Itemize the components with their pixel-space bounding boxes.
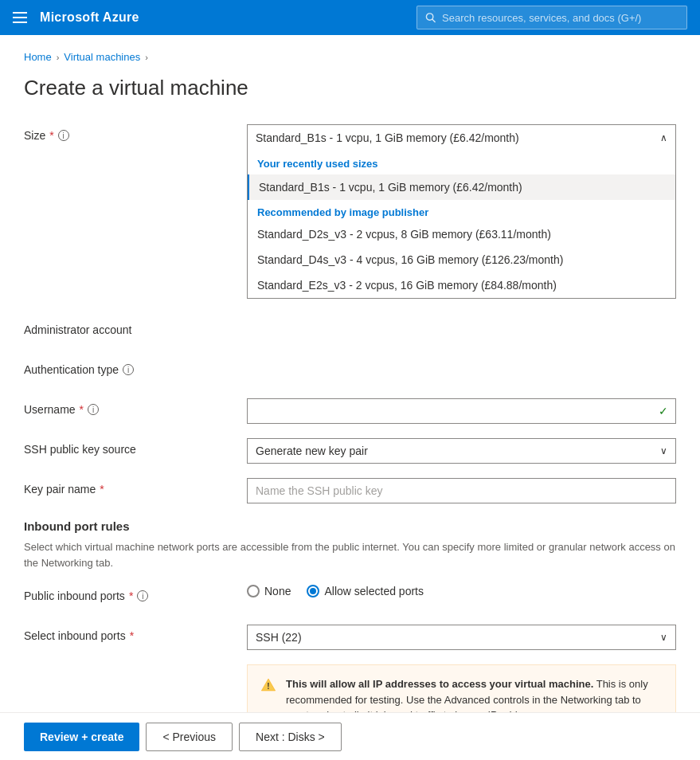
select-ports-required: *: [130, 629, 134, 642]
admin-row: Administrator account: [24, 319, 676, 344]
warning-bold-text: This will allow all IP addresses to acce…: [286, 678, 593, 690]
ssh-source-label: SSH public key source: [24, 438, 247, 456]
select-ports-text: SSH (22): [256, 631, 302, 644]
keypair-required: *: [100, 483, 104, 496]
keypair-input[interactable]: [247, 478, 676, 503]
public-inbound-label: Public inbound ports * i: [24, 585, 247, 602]
size-selected-text: Standard_B1s - 1 vcpu, 1 GiB memory (£6.…: [256, 131, 519, 144]
keypair-label: Key pair name *: [24, 478, 247, 496]
review-create-button[interactable]: Review + create: [24, 723, 139, 751]
search-bar[interactable]: [416, 6, 687, 29]
hamburger-menu[interactable]: [13, 12, 27, 23]
keypair-row: Key pair name *: [24, 478, 676, 503]
select-ports-label: Select inbound ports *: [24, 625, 247, 642]
inbound-section-heading: Inbound port rules: [24, 519, 676, 533]
radio-none[interactable]: None: [247, 585, 291, 597]
inbound-section-desc: Select which virtual machine network por…: [24, 539, 676, 570]
select-ports-control: SSH (22) ∨: [247, 625, 676, 650]
size-dropdown-wrapper: Standard_B1s - 1 vcpu, 1 GiB memory (£6.…: [247, 124, 676, 151]
svg-text:!: !: [267, 682, 269, 691]
size-label: Size * i: [24, 124, 247, 142]
size-dropdown[interactable]: Standard_B1s - 1 vcpu, 1 GiB memory (£6.…: [247, 124, 676, 151]
size-row: Size * i Standard_B1s - 1 vcpu, 1 GiB me…: [24, 124, 676, 151]
radio-none-circle[interactable]: [247, 585, 260, 597]
size-info-icon[interactable]: i: [58, 130, 69, 141]
search-input[interactable]: [442, 12, 678, 24]
size-dropdown-header[interactable]: Standard_B1s - 1 vcpu, 1 GiB memory (£6.…: [248, 125, 675, 151]
app-title: Microsoft Azure: [40, 10, 139, 25]
admin-label: Administrator account: [24, 319, 247, 336]
username-required: *: [80, 403, 84, 416]
public-inbound-row: Public inbound ports * i None Allow sele…: [24, 585, 676, 610]
ssh-source-dropdown[interactable]: Generate new key pair ∨: [247, 438, 676, 464]
search-icon: [425, 12, 436, 23]
breadcrumb-sep1: ›: [57, 53, 60, 62]
public-inbound-control: None Allow selected ports: [247, 585, 676, 597]
breadcrumb-sep2: ›: [145, 53, 148, 62]
select-ports-dropdown[interactable]: SSH (22) ∨: [247, 625, 676, 650]
ssh-source-control: Generate new key pair ∨: [247, 438, 676, 464]
keypair-control: [247, 478, 676, 503]
ssh-source-row: SSH public key source Generate new key p…: [24, 438, 676, 464]
public-inbound-required: *: [129, 590, 133, 602]
size-option-0[interactable]: Standard_B1s - 1 vcpu, 1 GiB memory (£6.…: [248, 174, 675, 200]
select-ports-chevron-icon: ∨: [660, 632, 667, 643]
username-label: Username * i: [24, 398, 247, 416]
radio-allow-label: Allow selected ports: [324, 585, 424, 597]
size-chevron-icon: ∧: [660, 132, 667, 143]
previous-button[interactable]: < Previous: [146, 723, 233, 751]
warning-triangle-icon: !: [260, 677, 276, 693]
breadcrumb: Home › Virtual machines ›: [24, 51, 676, 63]
recently-used-label: Your recently used sizes: [248, 150, 675, 174]
main-content: Home › Virtual machines › Create a virtu…: [0, 35, 700, 760]
ssh-source-text: Generate new key pair: [256, 445, 368, 457]
radio-none-label: None: [264, 585, 291, 597]
size-option-3[interactable]: Standard_E2s_v3 - 2 vcpus, 16 GiB memory…: [248, 272, 675, 298]
select-ports-row: Select inbound ports * SSH (22) ∨: [24, 625, 676, 650]
breadcrumb-vms[interactable]: Virtual machines: [64, 51, 140, 63]
breadcrumb-home[interactable]: Home: [24, 51, 52, 63]
page-title: Create a virtual machine: [24, 76, 676, 100]
radio-allow-circle[interactable]: [307, 585, 319, 597]
ssh-source-chevron-icon: ∨: [660, 445, 667, 456]
username-check-icon: ✓: [659, 405, 668, 417]
username-control: AzureUser ✓: [247, 398, 676, 424]
size-required: *: [49, 129, 53, 142]
auth-row: Authentication type i: [24, 358, 676, 384]
svg-line-1: [432, 19, 435, 22]
recommended-label: Recommended by image publisher: [248, 200, 675, 221]
username-row: Username * i AzureUser ✓: [24, 398, 676, 424]
auth-info-icon[interactable]: i: [123, 364, 134, 375]
username-input[interactable]: AzureUser: [247, 398, 676, 424]
size-dropdown-list: Your recently used sizes Standard_B1s - …: [247, 150, 676, 299]
public-inbound-info-icon[interactable]: i: [137, 590, 148, 601]
size-option-1[interactable]: Standard_D2s_v3 - 2 vcpus, 8 GiB memory …: [248, 221, 675, 247]
size-option-2[interactable]: Standard_D4s_v3 - 4 vcpus, 16 GiB memory…: [248, 247, 675, 272]
username-info-icon[interactable]: i: [88, 404, 99, 415]
top-navigation: Microsoft Azure: [0, 0, 700, 35]
auth-label: Authentication type i: [24, 358, 247, 376]
bottom-bar: Review + create < Previous Next : Disks …: [0, 712, 700, 760]
next-button[interactable]: Next : Disks >: [239, 723, 342, 751]
radio-allow[interactable]: Allow selected ports: [307, 585, 424, 597]
